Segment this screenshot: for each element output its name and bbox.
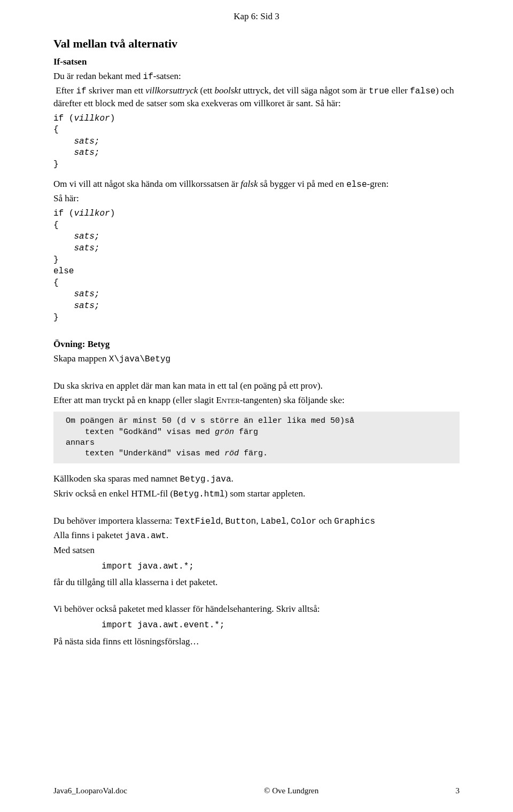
subtitle-if: If-satsen: [53, 56, 460, 68]
text: uttryck, det vill säga något som är: [241, 85, 369, 96]
after-import: får du tillgång till alla klasserna i de…: [53, 577, 460, 589]
term-villkorsuttryck: villkorsuttryck: [145, 85, 198, 96]
between-text-2: Så här:: [53, 193, 460, 205]
code-if: if: [143, 72, 153, 82]
footer-center: © Ove Lundgren: [264, 785, 318, 796]
exercise-line2: Du ska skriva en applet där man kan mata…: [53, 380, 460, 392]
text: ,: [286, 516, 291, 526]
code-placeholder: sats;: [74, 148, 99, 157]
text: -satsen:: [153, 71, 181, 81]
class-name: Button: [226, 517, 256, 526]
text: ,: [221, 516, 226, 526]
text: (ett: [198, 85, 214, 96]
exercise-title: Övning: Betyg: [53, 338, 460, 351]
between-text: Om vi vill att något ska hända om villko…: [53, 178, 460, 191]
color-word: röd: [224, 449, 239, 458]
path: X\java\Betyg: [109, 354, 170, 364]
code-else: else: [346, 180, 367, 190]
filename: Betyg.html: [173, 490, 224, 499]
color-word: grön: [215, 428, 234, 437]
class-name: TextField: [175, 517, 221, 526]
pseudocode-callout: Om poängen är minst 50 (d v s större än …: [53, 412, 460, 463]
main-title: Val mellan två alternativ: [53, 36, 460, 52]
code-block-if-else: if (villkor) { sats; sats; } else { sats…: [53, 208, 460, 324]
text: -gren:: [367, 179, 389, 189]
text: .: [231, 474, 234, 484]
class-name: Graphics: [334, 517, 375, 526]
text: eller: [389, 85, 410, 96]
exercise-line3: Efter att man tryckt på en knapp (eller …: [53, 395, 460, 407]
code-kw: if: [53, 209, 64, 218]
class-name: Label: [261, 517, 286, 526]
text: Om vi vill att något ska hända om villko…: [53, 179, 240, 189]
page-footer: Java6_LooparoVal.doc © Ove Lundgren 3: [53, 785, 460, 796]
term-falsk: falsk: [240, 179, 258, 189]
save-line: Källkoden ska sparas med namnet Betyg.ja…: [53, 473, 460, 486]
code-false: false: [410, 86, 436, 96]
code-kw: if: [53, 114, 64, 123]
event-line: Vi behöver också paketet med klasser för…: [53, 603, 460, 616]
smallcap-enter: NTER: [222, 397, 240, 405]
text: skriver man ett: [87, 85, 145, 96]
text: ) som startar appleten.: [224, 488, 305, 499]
class-name: Color: [291, 517, 316, 526]
page-header: Kap 6: Sid 3: [53, 11, 460, 23]
code-placeholder: villkor: [74, 209, 110, 218]
package-line: Alla finns i paketet java.awt.: [53, 530, 460, 542]
footer-left: Java6_LooparoVal.doc: [53, 785, 127, 796]
text: Alla finns i paketet: [53, 530, 125, 540]
html-file-line: Skriv också en enkel HTML-fil (Betyg.htm…: [53, 488, 460, 501]
footer-right: 3: [455, 785, 460, 796]
med-satsen: Med satsen: [53, 545, 460, 557]
text: Efter: [53, 85, 76, 96]
code-placeholder: villkor: [74, 114, 110, 123]
code-block-if: if (villkor) { sats; sats; }: [53, 113, 460, 171]
closing-line: På nästa sida finns ett lösningsförslag…: [53, 636, 460, 648]
text: och: [316, 516, 334, 526]
text: Källkoden ska sparas med namnet: [53, 474, 180, 484]
code-placeholder: sats;: [74, 301, 99, 311]
text: Du är redan bekant med: [53, 71, 143, 81]
text: -tangenten) ska följande ske:: [240, 395, 345, 405]
import-statement-1: import java.awt.*;: [102, 561, 460, 573]
text: så bygger vi på med en: [258, 179, 346, 189]
code-placeholder: sats;: [74, 243, 99, 253]
code-placeholder: sats;: [74, 137, 99, 146]
code-true: true: [369, 86, 389, 96]
text: Skapa mappen: [53, 353, 109, 364]
intro-line2: Efter if skriver man ett villkorsuttryck…: [53, 85, 460, 110]
code-placeholder: sats;: [74, 289, 99, 299]
text: Efter att man tryckt på en knapp (eller …: [53, 395, 222, 405]
text: .: [166, 530, 168, 540]
code-placeholder: sats;: [74, 232, 99, 241]
text: Du behöver importera klasserna:: [53, 516, 175, 526]
import-classes-line: Du behöver importera klasserna: TextFiel…: [53, 515, 460, 528]
intro-line1: Du är redan bekant med if-satsen:: [53, 70, 460, 83]
text: ,: [256, 516, 261, 526]
package-name: java.awt: [125, 531, 166, 541]
term-boolskt: boolskt: [215, 85, 241, 96]
filename: Betyg.java: [180, 475, 231, 484]
text: Skriv också en enkel HTML-fil (: [53, 488, 173, 499]
code-if: if: [76, 86, 86, 96]
exercise-line1: Skapa mappen X\java\Betyg: [53, 353, 460, 366]
import-statement-2: import java.awt.event.*;: [102, 620, 460, 632]
